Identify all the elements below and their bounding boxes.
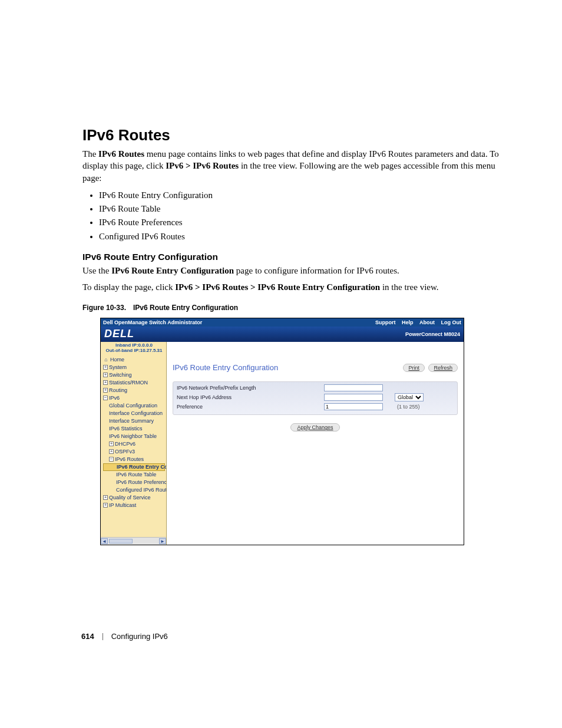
route-entry-form: IPv6 Network Prefix/Prefix Length Next H… [173, 381, 458, 415]
expand-icon[interactable]: + [109, 449, 114, 454]
home-icon: ⌂ [103, 357, 109, 363]
content-title: IPv6 Route Entry Configuration [173, 363, 278, 372]
tree-qos[interactable]: +Quality of Service [103, 494, 165, 502]
apply-button[interactable]: Apply Changes [290, 423, 339, 431]
label-prefix: IPv6 Network Prefix/Prefix Length [177, 385, 324, 391]
figure-number: Figure 10-33. [82, 304, 126, 312]
list-item: IPv6 Route Entry Configuration [99, 189, 503, 202]
section-title: IPv6 Route Entry Configuration [82, 252, 503, 262]
expand-icon[interactable]: + [103, 373, 108, 377]
oob-ip: Out-of-band IP:10.27.5.31 [103, 348, 165, 354]
label-preference: Preference [177, 404, 324, 410]
tree-dhcpv6[interactable]: +DHCPv6 [103, 440, 165, 448]
collapse-icon[interactable]: − [109, 457, 114, 462]
expand-icon[interactable]: + [103, 503, 108, 508]
input-preference[interactable] [324, 403, 383, 410]
sidebar-hscroll[interactable]: ◄ ► [101, 537, 166, 545]
input-nexthop[interactable] [324, 394, 383, 401]
text: in the tree view. [380, 282, 438, 292]
text-bold: IPv6 > IPv6 Routes [166, 161, 239, 170]
tree-route-entry[interactable]: IPv6 Route Entry Co [103, 463, 165, 471]
expand-icon[interactable]: + [103, 495, 108, 500]
tree-routing[interactable]: +Routing [103, 387, 165, 394]
expand-icon[interactable]: + [103, 388, 108, 393]
tree-interface-summary[interactable]: Interface Summary [103, 417, 165, 425]
product-name: PowerConnect M8024 [405, 331, 460, 337]
section-paragraph: To display the page, click IPv6 > IPv6 R… [82, 281, 503, 293]
label-nexthop: Next Hop IPv6 Address [177, 394, 324, 400]
nav-sidebar: Inband IP:0.0.0.0 Out-of-band IP:10.27.5… [101, 342, 167, 545]
tree-route-table[interactable]: IPv6 Route Table [103, 471, 165, 479]
select-nexthop-scope[interactable]: Global [395, 393, 424, 401]
admin-screenshot: Dell OpenManage Switch Administrator Sup… [100, 318, 464, 545]
list-item: Configured IPv6 Routes [99, 230, 503, 243]
divider [103, 633, 103, 640]
text: Use the [82, 266, 111, 275]
print-button[interactable]: Print [403, 364, 425, 372]
list-item: IPv6 Route Table [99, 202, 503, 216]
link-about[interactable]: About [419, 319, 435, 325]
refresh-button[interactable]: Refresh [428, 364, 458, 372]
page-title: IPv6 Routes [82, 126, 503, 144]
section-paragraph: Use the IPv6 Route Entry Configuration p… [82, 265, 503, 276]
tree-global-config[interactable]: Global Configuration [103, 402, 165, 410]
figure-caption: Figure 10-33.IPv6 Route Entry Configurat… [82, 304, 503, 312]
tree-ospfv3[interactable]: +OSPFv3 [103, 448, 165, 456]
link-help[interactable]: Help [402, 319, 414, 325]
list-item: IPv6 Route Preferences [99, 216, 503, 229]
input-prefix[interactable] [324, 384, 383, 391]
expand-icon[interactable]: + [103, 365, 108, 370]
expand-icon[interactable]: + [109, 442, 114, 446]
hint-preference: (1 to 255) [397, 404, 420, 410]
text: page to configure information for IPv6 r… [234, 266, 399, 275]
tree-ipv6-routes[interactable]: −IPv6 Routes [103, 456, 165, 463]
tree-configured-routes[interactable]: Configured IPv6 Route [103, 486, 165, 494]
scroll-left-icon[interactable]: ◄ [101, 538, 108, 544]
tree-ipv6[interactable]: −IPv6 [103, 394, 165, 402]
text: The [82, 149, 98, 159]
text-bold: IPv6 Routes [98, 149, 144, 159]
window-titlebar: Dell OpenManage Switch Administrator Sup… [101, 318, 464, 327]
nav-tree: ⌂Home +System +Switching +Statistics/RMO… [103, 356, 165, 509]
scroll-thumb[interactable] [109, 539, 133, 543]
expand-icon[interactable]: + [103, 380, 108, 385]
tree-system[interactable]: +System [103, 364, 165, 371]
tree-stats[interactable]: +Statistics/RMON [103, 379, 165, 387]
text: To display the page, click [82, 282, 175, 292]
dell-logo: DELL [104, 328, 134, 340]
tree-ip-multicast[interactable]: +IP Multicast [103, 502, 165, 509]
tree-switching[interactable]: +Switching [103, 371, 165, 379]
window-title: Dell OpenManage Switch Administrator [103, 319, 202, 325]
ip-info: Inband IP:0.0.0.0 Out-of-band IP:10.27.5… [103, 343, 165, 354]
collapse-icon[interactable]: − [103, 396, 108, 400]
tree-route-pref[interactable]: IPv6 Route Preference [103, 479, 165, 486]
content-pane: IPv6 Route Entry Configuration Print Ref… [167, 342, 464, 545]
chapter-name: Configuring IPv6 [111, 632, 168, 641]
link-logout[interactable]: Log Out [441, 319, 462, 325]
scroll-right-icon[interactable]: ► [159, 538, 166, 544]
tree-home[interactable]: ⌂Home [103, 356, 165, 364]
tree-ipv6-stats[interactable]: IPv6 Statistics [103, 425, 165, 433]
intro-paragraph: The IPv6 Routes menu page contains links… [82, 148, 503, 184]
text-bold: IPv6 Route Entry Configuration [111, 266, 234, 275]
text-bold: IPv6 > IPv6 Routes > IPv6 Route Entry Co… [175, 282, 380, 292]
page-number: 614 [81, 632, 94, 641]
link-support[interactable]: Support [375, 319, 396, 325]
brand-bar: DELL PowerConnect M8024 [101, 327, 464, 342]
tree-neighbor-table[interactable]: IPv6 Neighbor Table [103, 433, 165, 440]
figure-title: IPv6 Route Entry Configuration [133, 304, 238, 312]
page-footer: 614 Configuring IPv6 [81, 632, 168, 641]
bullet-list: IPv6 Route Entry Configuration IPv6 Rout… [99, 189, 503, 243]
tree-interface-config[interactable]: Interface Configuration [103, 410, 165, 417]
